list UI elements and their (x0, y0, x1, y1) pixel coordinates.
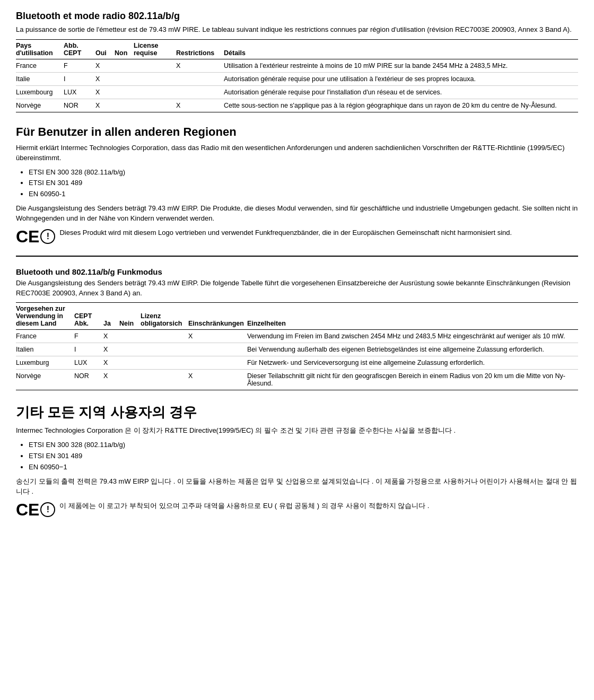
col-nein: Nein (119, 303, 141, 330)
ce-mark-icon-2: CE (16, 501, 39, 518)
cell-oui: X (95, 99, 115, 112)
cell-einzel: Dieser Teilabschnitt gilt nicht für den … (247, 370, 578, 390)
ce-mark-icon: CE (16, 228, 39, 245)
cell-abb: LUX (64, 85, 95, 99)
section-2: Für Benutzer in allen anderen Regionen H… (16, 125, 578, 245)
cell-oui: X (95, 85, 115, 99)
ce-circle-icon: ! (40, 229, 55, 244)
section-4: 기타 모든 지역 사용자의 경우 Intermec Technologies C… (16, 403, 578, 518)
cell-license (134, 85, 176, 99)
section3-title: Bluetooth und 802.11a/b/g Funkmodus (16, 267, 578, 276)
col-einschr: Einschränkungen (188, 303, 247, 330)
cell-lizenz (141, 370, 188, 390)
cell-vorgesehen: Norvège (16, 370, 74, 390)
section2-intro: Hiermit erklärt Intermec Technologies Co… (16, 143, 578, 163)
list-item: ETSI EN 300 328 (802.11a/b/g) (29, 440, 578, 450)
cell-einschr (188, 356, 247, 370)
table-row: France F X X Verwendung im Freien im Ban… (16, 330, 578, 343)
cell-cept: LUX (74, 356, 103, 370)
section4-title: 기타 모든 지역 사용자의 경우 (16, 403, 578, 422)
col-license: License requise (134, 39, 176, 59)
cell-vorgesehen: Luxemburg (16, 356, 74, 370)
col-oui: Oui (95, 39, 115, 59)
list-item: EN 60950-1 (29, 189, 578, 199)
cell-ja: X (103, 370, 119, 390)
col-restrictions: Restrictions (176, 39, 224, 59)
section4-bullets: ETSI EN 300 328 (802.11a/b/g)ETSI EN 301… (29, 440, 578, 472)
table-row: Norvège NOR X X Dieser Teilabschnitt gil… (16, 370, 578, 390)
cell-abb: NOR (64, 99, 95, 112)
cell-nein (119, 370, 141, 390)
section-1: Bluetooth et mode radio 802.11a/b/g La p… (16, 11, 578, 112)
cell-non (115, 72, 134, 85)
cell-details: Autorisation générale requise pour une u… (224, 72, 578, 85)
cell-einzel: Für Netzwerk- und Serviceversorgung ist … (247, 356, 578, 370)
cell-details: Utilisation à l'extérieur restreinte à m… (224, 59, 578, 72)
cell-details: Autorisation générale requise pour l'ins… (224, 85, 578, 99)
cell-restrictions: X (176, 99, 224, 112)
table-row: Italie I X Autorisation générale requise… (16, 72, 578, 85)
cell-einzel: Verwendung im Freien im Band zwischen 24… (247, 330, 578, 343)
section2-ce-block: CE ! Dieses Produkt wird mit diesem Logo… (16, 228, 578, 245)
cell-license (134, 72, 176, 85)
ce-circle-icon-2: ! (40, 502, 55, 517)
cell-cept: I (74, 343, 103, 356)
cell-non (115, 85, 134, 99)
section2-bullets: ETSI EN 300 328 (802.11a/b/g)ETSI EN 301… (29, 168, 578, 200)
list-item: ETSI EN 301 489 (29, 178, 578, 188)
col-pays: Pays d'utilisation (16, 39, 64, 59)
cell-oui: X (95, 72, 115, 85)
section1-intro: La puissance de sortie de l'émetteur est… (16, 25, 578, 35)
section4-ce-text: 이 제품에는 이 로고가 부착되어 있으며 고주파 대역을 사용하므로 EU (… (59, 501, 429, 511)
section1-table: Pays d'utilisation Abb. CEPT Oui Non Lic… (16, 39, 578, 112)
col-vorgesehen: Vorgesehen zur Verwendung in diesem Land (16, 303, 74, 330)
col-details: Détails (224, 39, 578, 59)
table-row: Luxembourg LUX X Autorisation générale r… (16, 85, 578, 99)
cell-non (115, 59, 134, 72)
section4-ce-block: CE ! 이 제품에는 이 로고가 부착되어 있으며 고주파 대역을 사용하므로… (16, 501, 578, 518)
cell-einschr (188, 343, 247, 356)
cell-abb: F (64, 59, 95, 72)
section-3: Bluetooth und 802.11a/b/g Funkmodus Die … (16, 256, 578, 391)
table-row: Luxemburg LUX X Für Netzwerk- und Servic… (16, 356, 578, 370)
cell-lizenz (141, 356, 188, 370)
table-row: France F X X Utilisation à l'extérieur r… (16, 59, 578, 72)
list-item: ETSI EN 301 489 (29, 451, 578, 461)
cell-pays: France (16, 59, 64, 72)
cell-cept: F (74, 330, 103, 343)
col-einzel: Einzelheiten (247, 303, 578, 330)
cell-ja: X (103, 330, 119, 343)
cell-abb: I (64, 72, 95, 85)
section4-intro: Intermec Technologies Corporation 은 이 장치… (16, 426, 578, 436)
cell-vorgesehen: France (16, 330, 74, 343)
cell-license (134, 99, 176, 112)
cell-pays: Luxembourg (16, 85, 64, 99)
cell-nein (119, 343, 141, 356)
cell-einschr: X (188, 370, 247, 390)
col-cept: CEPT Abk. (74, 303, 103, 330)
cell-lizenz (141, 343, 188, 356)
cell-einzel: Bei Verwendung außerhalb des eigenen Bet… (247, 343, 578, 356)
cell-nein (119, 330, 141, 343)
cell-ja: X (103, 343, 119, 356)
cell-restrictions: X (176, 59, 224, 72)
cell-lizenz (141, 330, 188, 343)
section3-intro: Die Ausgangsleistung des Senders beträgt… (16, 278, 578, 299)
table-row: Italien I X Bei Verwendung außerhalb des… (16, 343, 578, 356)
cell-license (134, 59, 176, 72)
col-lizenz: Lizenz obligatorsich (141, 303, 188, 330)
section4-body: 송신기 모듈의 출력 전력은 79.43 mW EIRP 입니다 . 이 모듈을… (16, 477, 578, 497)
cell-details: Cette sous-section ne s'applique pas à l… (224, 99, 578, 112)
cell-vorgesehen: Italien (16, 343, 74, 356)
section2-body: Die Ausgangsleistung des Senders beträgt… (16, 204, 578, 224)
cell-cept: NOR (74, 370, 103, 390)
list-item: EN 60950−1 (29, 462, 578, 472)
section2-title: Für Benutzer in allen anderen Regionen (16, 125, 578, 139)
col-non: Non (115, 39, 134, 59)
table-row: Norvège NOR X X Cette sous-section ne s'… (16, 99, 578, 112)
list-item: ETSI EN 300 328 (802.11a/b/g) (29, 168, 578, 178)
cell-non (115, 99, 134, 112)
col-abb: Abb. CEPT (64, 39, 95, 59)
col-ja: Ja (103, 303, 119, 330)
cell-restrictions (176, 72, 224, 85)
